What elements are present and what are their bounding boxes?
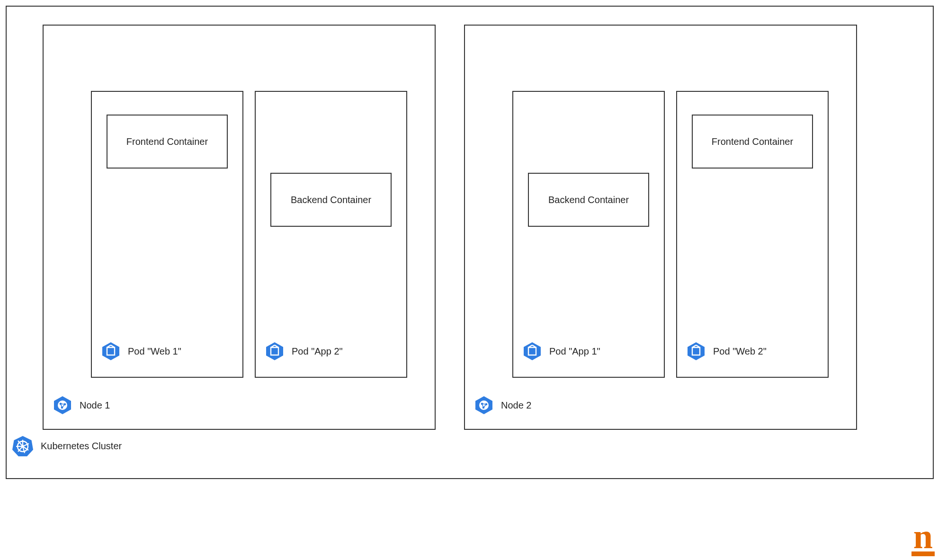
svg-line-22 (61, 404, 65, 404)
pod-label-row-app-2: Pod "App 2" (264, 341, 343, 362)
pod-label: Pod "Web 1" (128, 346, 181, 357)
pod-box-app-2 (255, 91, 407, 378)
pod-box-app-1 (512, 91, 665, 378)
svg-marker-0 (102, 342, 119, 360)
pod-label: Pod "Web 2" (713, 346, 767, 357)
pod-icon (686, 341, 706, 362)
node-label: Node 2 (501, 400, 532, 411)
container-label: Backend Container (291, 195, 371, 205)
pod-icon (100, 341, 121, 362)
diagram-canvas: Frontend Container Pod "Web 1" Backend C… (0, 0, 947, 560)
pod-label: Pod "App 2" (292, 346, 343, 357)
pod-label: Pod "App 1" (549, 346, 600, 357)
node-label-row-2: Node 2 (474, 395, 532, 416)
pod-label-row-web-1: Pod "Web 1" (100, 341, 181, 362)
container-label: Frontend Container (126, 136, 208, 147)
container-label: Backend Container (548, 195, 629, 205)
svg-marker-13 (688, 342, 705, 360)
svg-marker-9 (524, 342, 541, 360)
pod-icon (264, 341, 285, 362)
kubernetes-icon (11, 435, 34, 457)
container-label: Frontend Container (712, 136, 793, 147)
node-icon (52, 395, 73, 416)
node-label: Node 1 (80, 400, 110, 411)
svg-line-30 (482, 404, 486, 404)
container-box-web-1: Frontend Container (107, 115, 228, 169)
cluster-label: Kubernetes Cluster (41, 441, 122, 452)
pod-label-row-app-1: Pod "App 1" (522, 341, 600, 362)
container-box-web-2: Frontend Container (692, 115, 813, 169)
pod-label-row-web-2: Pod "Web 2" (686, 341, 767, 362)
node-icon (474, 395, 494, 416)
cluster-label-row: Kubernetes Cluster (11, 435, 122, 457)
container-box-app-2: Backend Container (270, 173, 392, 227)
container-box-app-1: Backend Container (528, 173, 649, 227)
svg-marker-5 (266, 342, 283, 360)
pod-icon (522, 341, 543, 362)
node-label-row-1: Node 1 (52, 395, 110, 416)
brand-logo: n (911, 523, 935, 556)
